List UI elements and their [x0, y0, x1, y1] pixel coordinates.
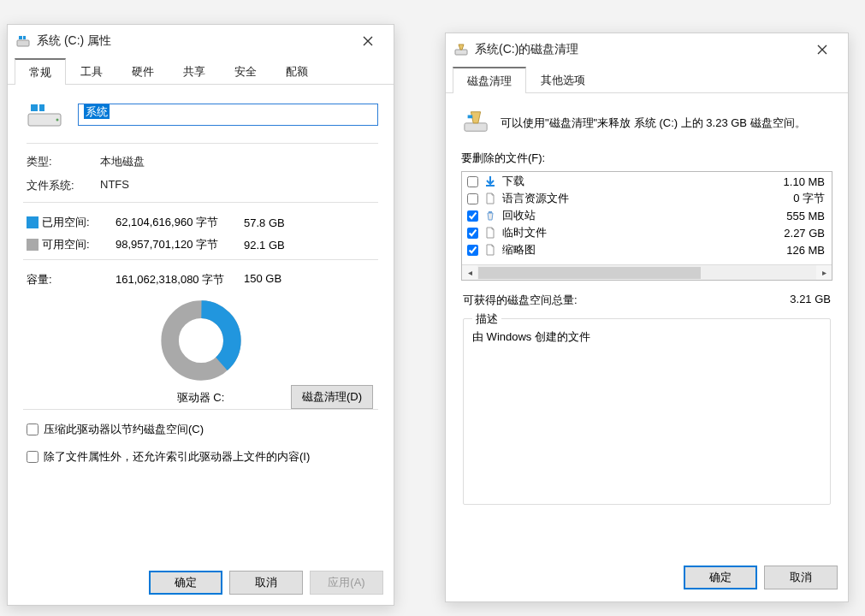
svg-rect-2	[23, 36, 26, 39]
dialog-title: 系统 (C:) 属性	[37, 33, 344, 49]
tab-more-options[interactable]: 其他选项	[526, 67, 600, 92]
ok-button[interactable]: 确定	[149, 571, 222, 595]
files-to-delete-label: 要删除的文件(F):	[461, 151, 832, 166]
file-name: 临时文件	[502, 225, 753, 240]
file-size: 126 MB	[758, 244, 826, 257]
free-gb: 92.1 GB	[244, 239, 304, 252]
dialog-buttons: 确定 取消 应用(A)	[8, 564, 394, 605]
used-label: 已用空间:	[42, 215, 116, 230]
svg-rect-10	[455, 50, 467, 55]
svg-rect-1	[19, 36, 22, 39]
drive-name-value: 系统	[84, 104, 110, 119]
file-size: 1.10 MB	[758, 175, 826, 188]
used-bytes: 62,104,616,960 字节	[116, 215, 244, 230]
svg-rect-14	[489, 211, 492, 213]
type-label: 类型:	[27, 154, 100, 169]
download-icon	[483, 175, 497, 188]
drive-properties-dialog: 系统 (C:) 属性 常规 工具 硬件 共享 安全 配额 系统	[7, 24, 394, 606]
drive-large-icon	[27, 100, 62, 129]
file-row[interactable]: 缩略图126 MB	[462, 241, 832, 258]
ok-button[interactable]: 确定	[684, 566, 757, 589]
horizontal-scrollbar[interactable]: ◂ ▸	[462, 264, 832, 280]
dialog-buttons: 确定 取消	[446, 557, 848, 601]
svg-point-6	[56, 119, 59, 121]
description-legend: 描述	[472, 311, 501, 327]
file-checkbox[interactable]	[467, 176, 478, 187]
doc-icon	[483, 243, 497, 257]
index-label: 除了文件属性外，还允许索引此驱动器上文件的内容(I)	[44, 449, 310, 465]
file-name: 语言资源文件	[502, 191, 753, 206]
description-group: 描述 由 Windows 创建的文件	[463, 318, 831, 505]
doc-icon	[483, 226, 497, 240]
doc-icon	[483, 192, 497, 205]
svg-rect-5	[39, 104, 44, 111]
file-row[interactable]: 语言资源文件0 字节	[462, 190, 832, 207]
gain-label: 可获得的磁盘空间总量:	[463, 293, 578, 308]
scroll-right-arrow[interactable]: ▸	[816, 265, 832, 281]
tab-security[interactable]: 安全	[220, 58, 271, 84]
file-name: 回收站	[502, 208, 753, 223]
gain-value: 3.21 GB	[790, 293, 831, 308]
titlebar[interactable]: 系统 (C:) 属性	[8, 25, 394, 57]
usage-donut-chart	[160, 299, 242, 382]
tab-tools[interactable]: 工具	[66, 58, 117, 84]
tab-sharing[interactable]: 共享	[169, 58, 220, 84]
compress-label: 压缩此驱动器以节约磁盘空间(C)	[44, 422, 204, 437]
files-listbox[interactable]: 下载1.10 MB语言资源文件0 字节回收站555 MB临时文件2.27 GB缩…	[461, 171, 832, 281]
file-checkbox[interactable]	[467, 245, 478, 256]
free-swatch	[27, 239, 39, 251]
tabstrip: 磁盘清理 其他选项	[446, 66, 848, 93]
file-checkbox[interactable]	[467, 228, 478, 239]
file-row[interactable]: 回收站555 MB	[462, 207, 832, 224]
svg-rect-4	[31, 104, 38, 111]
tab-disk-cleanup[interactable]: 磁盘清理	[453, 67, 526, 93]
intro-text: 可以使用"磁盘清理"来释放 系统 (C:) 上的 3.23 GB 磁盘空间。	[501, 115, 806, 132]
file-size: 2.27 GB	[758, 227, 826, 240]
scroll-thumb[interactable]	[478, 267, 701, 279]
file-row[interactable]: 临时文件2.27 GB	[462, 224, 832, 241]
cleanup-icon	[454, 43, 468, 56]
capacity-bytes: 161,062,318,080 字节	[116, 272, 244, 287]
cleanup-large-icon	[463, 109, 489, 137]
drive-name-input[interactable]: 系统	[78, 104, 378, 126]
description-text: 由 Windows 创建的文件	[472, 329, 821, 345]
close-icon	[363, 36, 373, 46]
tab-hardware[interactable]: 硬件	[117, 58, 169, 84]
tabstrip: 常规 工具 硬件 共享 安全 配额	[8, 57, 394, 85]
file-size: 555 MB	[758, 210, 826, 222]
general-panel: 系统 类型: 本地磁盘 文件系统: NTFS 已用空间: 62,104,616,…	[8, 85, 394, 564]
cancel-button[interactable]: 取消	[229, 571, 303, 595]
index-checkbox-row[interactable]: 除了文件属性外，还允许索引此驱动器上文件的内容(I)	[27, 449, 375, 465]
index-checkbox[interactable]	[27, 451, 39, 463]
svg-rect-3	[28, 114, 61, 126]
filesystem-label: 文件系统:	[27, 178, 100, 193]
compress-checkbox-row[interactable]: 压缩此驱动器以节约磁盘空间(C)	[27, 422, 375, 437]
close-icon	[817, 44, 827, 55]
close-button[interactable]	[351, 28, 385, 54]
scroll-left-arrow[interactable]: ◂	[462, 265, 477, 281]
svg-rect-12	[468, 116, 473, 119]
compress-checkbox[interactable]	[27, 424, 39, 435]
file-checkbox[interactable]	[467, 210, 478, 222]
dialog-title: 系统(C:)的磁盘清理	[475, 42, 798, 57]
tab-general[interactable]: 常规	[15, 58, 66, 85]
file-row[interactable]: 下载1.10 MB	[462, 173, 832, 190]
file-size: 0 字节	[758, 191, 826, 206]
file-checkbox[interactable]	[467, 193, 478, 204]
capacity-gb: 150 GB	[244, 272, 304, 287]
disk-cleanup-dialog: 系统(C:)的磁盘清理 磁盘清理 其他选项 可以使用"磁盘清理"来释放 系统 (…	[445, 33, 849, 602]
used-swatch	[27, 216, 39, 228]
free-bytes: 98,957,701,120 字节	[116, 237, 244, 252]
drive-icon	[16, 34, 30, 48]
free-label: 可用空间:	[42, 237, 116, 252]
svg-rect-11	[465, 123, 487, 131]
cleanup-panel: 可以使用"磁盘清理"来释放 系统 (C:) 上的 3.23 GB 磁盘空间。 要…	[446, 93, 848, 557]
tab-quota[interactable]: 配额	[271, 58, 323, 84]
close-button[interactable]	[805, 37, 839, 62]
apply-button[interactable]: 应用(A)	[310, 571, 383, 595]
cancel-button[interactable]: 取消	[764, 566, 838, 589]
titlebar[interactable]: 系统(C:)的磁盘清理	[446, 33, 848, 66]
type-value: 本地磁盘	[100, 154, 145, 169]
disk-cleanup-button[interactable]: 磁盘清理(D)	[291, 385, 373, 409]
used-gb: 57.8 GB	[244, 216, 304, 229]
